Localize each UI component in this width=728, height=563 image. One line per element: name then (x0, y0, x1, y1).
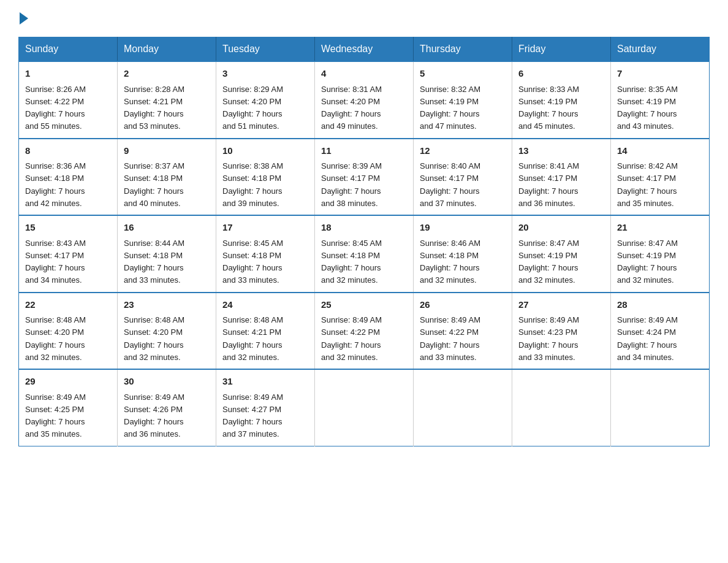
day-number: 18 (321, 221, 407, 235)
day-info: Sunrise: 8:46 AMSunset: 4:18 PMDaylight:… (420, 239, 480, 285)
day-info: Sunrise: 8:47 AMSunset: 4:19 PMDaylight:… (617, 239, 678, 285)
day-number: 2 (124, 67, 210, 81)
col-tuesday: Tuesday (216, 37, 315, 62)
day-number: 19 (420, 221, 506, 235)
calendar-cell: 8Sunrise: 8:36 AMSunset: 4:18 PMDaylight… (19, 139, 118, 216)
col-thursday: Thursday (414, 37, 512, 62)
calendar-cell (611, 369, 710, 446)
day-info: Sunrise: 8:39 AMSunset: 4:17 PMDaylight:… (321, 161, 382, 208)
calendar-cell: 13Sunrise: 8:41 AMSunset: 4:17 PMDayligh… (512, 139, 611, 216)
calendar-cell: 6Sunrise: 8:33 AMSunset: 4:19 PMDaylight… (512, 61, 611, 139)
day-number: 5 (420, 67, 506, 81)
day-info: Sunrise: 8:41 AMSunset: 4:17 PMDaylight:… (518, 161, 579, 208)
calendar-cell: 4Sunrise: 8:31 AMSunset: 4:20 PMDaylight… (315, 61, 414, 139)
calendar-cell (414, 369, 512, 446)
day-info: Sunrise: 8:37 AMSunset: 4:18 PMDaylight:… (124, 161, 184, 208)
day-info: Sunrise: 8:49 AMSunset: 4:22 PMDaylight:… (420, 315, 480, 362)
calendar-week-row: 8Sunrise: 8:36 AMSunset: 4:18 PMDaylight… (19, 139, 710, 216)
calendar-week-row: 29Sunrise: 8:49 AMSunset: 4:25 PMDayligh… (19, 369, 710, 446)
day-info: Sunrise: 8:49 AMSunset: 4:26 PMDaylight:… (124, 393, 184, 439)
day-info: Sunrise: 8:29 AMSunset: 4:20 PMDaylight:… (222, 85, 283, 131)
calendar-cell: 7Sunrise: 8:35 AMSunset: 4:19 PMDaylight… (611, 61, 710, 139)
day-number: 13 (518, 144, 604, 158)
day-info: Sunrise: 8:48 AMSunset: 4:20 PMDaylight:… (25, 315, 86, 362)
day-info: Sunrise: 8:49 AMSunset: 4:23 PMDaylight:… (518, 315, 579, 362)
calendar-cell: 29Sunrise: 8:49 AMSunset: 4:25 PMDayligh… (19, 369, 118, 446)
day-number: 16 (124, 221, 210, 235)
day-info: Sunrise: 8:44 AMSunset: 4:18 PMDaylight:… (124, 239, 184, 285)
day-info: Sunrise: 8:45 AMSunset: 4:18 PMDaylight:… (321, 239, 382, 285)
calendar-cell: 10Sunrise: 8:38 AMSunset: 4:18 PMDayligh… (216, 139, 315, 216)
day-number: 24 (222, 298, 308, 312)
calendar-table: Sunday Monday Tuesday Wednesday Thursday… (18, 37, 710, 446)
calendar-cell: 18Sunrise: 8:45 AMSunset: 4:18 PMDayligh… (315, 215, 414, 293)
calendar-cell: 22Sunrise: 8:48 AMSunset: 4:20 PMDayligh… (19, 293, 118, 370)
calendar-cell: 3Sunrise: 8:29 AMSunset: 4:20 PMDaylight… (216, 61, 315, 139)
day-number: 22 (25, 298, 111, 312)
day-info: Sunrise: 8:31 AMSunset: 4:20 PMDaylight:… (321, 85, 382, 131)
calendar-cell: 23Sunrise: 8:48 AMSunset: 4:20 PMDayligh… (118, 293, 216, 370)
day-info: Sunrise: 8:48 AMSunset: 4:20 PMDaylight:… (124, 315, 184, 362)
calendar-week-row: 15Sunrise: 8:43 AMSunset: 4:17 PMDayligh… (19, 215, 710, 293)
day-number: 26 (420, 298, 506, 312)
day-number: 23 (124, 298, 210, 312)
day-info: Sunrise: 8:49 AMSunset: 4:25 PMDaylight:… (25, 393, 86, 439)
day-number: 12 (420, 144, 506, 158)
day-info: Sunrise: 8:33 AMSunset: 4:19 PMDaylight:… (518, 85, 579, 131)
day-number: 31 (222, 375, 308, 389)
page-header (18, 12, 710, 25)
calendar-header-row: Sunday Monday Tuesday Wednesday Thursday… (19, 37, 710, 62)
col-friday: Friday (512, 37, 611, 62)
day-number: 7 (617, 67, 703, 81)
calendar-cell: 20Sunrise: 8:47 AMSunset: 4:19 PMDayligh… (512, 215, 611, 293)
calendar-cell: 9Sunrise: 8:37 AMSunset: 4:18 PMDaylight… (118, 139, 216, 216)
day-number: 20 (518, 221, 604, 235)
col-wednesday: Wednesday (315, 37, 414, 62)
day-number: 28 (617, 298, 703, 312)
day-info: Sunrise: 8:49 AMSunset: 4:27 PMDaylight:… (222, 393, 283, 439)
calendar-cell: 16Sunrise: 8:44 AMSunset: 4:18 PMDayligh… (118, 215, 216, 293)
day-info: Sunrise: 8:40 AMSunset: 4:17 PMDaylight:… (420, 161, 480, 208)
day-info: Sunrise: 8:38 AMSunset: 4:18 PMDaylight:… (222, 161, 283, 208)
day-info: Sunrise: 8:42 AMSunset: 4:17 PMDaylight:… (617, 161, 678, 208)
day-number: 14 (617, 144, 703, 158)
calendar-cell: 12Sunrise: 8:40 AMSunset: 4:17 PMDayligh… (414, 139, 512, 216)
col-saturday: Saturday (611, 37, 710, 62)
logo-arrow-icon (20, 12, 28, 25)
day-number: 8 (25, 144, 111, 158)
day-number: 17 (222, 221, 308, 235)
calendar-week-row: 22Sunrise: 8:48 AMSunset: 4:20 PMDayligh… (19, 293, 710, 370)
calendar-cell: 28Sunrise: 8:49 AMSunset: 4:24 PMDayligh… (611, 293, 710, 370)
day-number: 4 (321, 67, 407, 81)
col-monday: Monday (118, 37, 216, 62)
day-number: 6 (518, 67, 604, 81)
day-number: 29 (25, 375, 111, 389)
day-info: Sunrise: 8:49 AMSunset: 4:22 PMDaylight:… (321, 315, 382, 362)
day-number: 11 (321, 144, 407, 158)
calendar-cell: 26Sunrise: 8:49 AMSunset: 4:22 PMDayligh… (414, 293, 512, 370)
calendar-cell: 30Sunrise: 8:49 AMSunset: 4:26 PMDayligh… (118, 369, 216, 446)
calendar-cell: 25Sunrise: 8:49 AMSunset: 4:22 PMDayligh… (315, 293, 414, 370)
logo (18, 12, 29, 25)
day-info: Sunrise: 8:36 AMSunset: 4:18 PMDaylight:… (25, 161, 86, 208)
calendar-cell: 19Sunrise: 8:46 AMSunset: 4:18 PMDayligh… (414, 215, 512, 293)
calendar-cell: 15Sunrise: 8:43 AMSunset: 4:17 PMDayligh… (19, 215, 118, 293)
day-number: 3 (222, 67, 308, 81)
day-number: 9 (124, 144, 210, 158)
day-number: 27 (518, 298, 604, 312)
calendar-cell (315, 369, 414, 446)
calendar-cell: 31Sunrise: 8:49 AMSunset: 4:27 PMDayligh… (216, 369, 315, 446)
calendar-cell: 17Sunrise: 8:45 AMSunset: 4:18 PMDayligh… (216, 215, 315, 293)
day-number: 15 (25, 221, 111, 235)
day-info: Sunrise: 8:45 AMSunset: 4:18 PMDaylight:… (222, 239, 283, 285)
calendar-cell (512, 369, 611, 446)
day-number: 21 (617, 221, 703, 235)
calendar-cell: 1Sunrise: 8:26 AMSunset: 4:22 PMDaylight… (19, 61, 118, 139)
day-info: Sunrise: 8:48 AMSunset: 4:21 PMDaylight:… (222, 315, 283, 362)
day-info: Sunrise: 8:47 AMSunset: 4:19 PMDaylight:… (518, 239, 579, 285)
calendar-cell: 5Sunrise: 8:32 AMSunset: 4:19 PMDaylight… (414, 61, 512, 139)
col-sunday: Sunday (19, 37, 118, 62)
calendar-cell: 21Sunrise: 8:47 AMSunset: 4:19 PMDayligh… (611, 215, 710, 293)
calendar-cell: 24Sunrise: 8:48 AMSunset: 4:21 PMDayligh… (216, 293, 315, 370)
day-number: 30 (124, 375, 210, 389)
